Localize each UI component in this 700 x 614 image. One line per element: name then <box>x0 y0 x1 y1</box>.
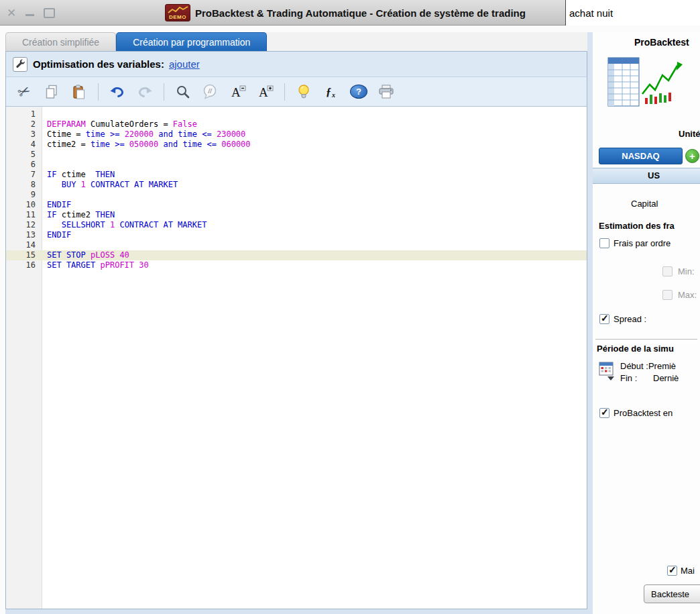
help-icon[interactable] <box>350 85 367 99</box>
code-text <box>42 109 47 119</box>
max-fee-checkbox[interactable] <box>662 290 673 300</box>
unit-label: Unité <box>679 129 700 139</box>
code-line[interactable]: 9 <box>6 190 587 200</box>
line-number: 8 <box>6 180 42 190</box>
code-text: DEFPARAM CumulateOrders = False <box>42 119 197 130</box>
line-number: 6 <box>6 160 42 170</box>
panel-title: ProBacktest <box>634 37 689 48</box>
code-line[interactable]: 6 <box>6 160 587 170</box>
panel-gap <box>587 32 593 614</box>
line-number: 7 <box>6 170 42 180</box>
code-line[interactable]: 14 <box>6 240 587 250</box>
panel-gap <box>5 609 587 614</box>
line-number: 14 <box>6 240 42 250</box>
code-line[interactable]: 4ctime2 = time >= 050000 and time <= 060… <box>6 140 587 150</box>
line-number: 1 <box>6 109 42 119</box>
code-text: BUY 1 CONTRACT AT MARKET <box>42 180 178 190</box>
code-line[interactable]: 15SET STOP pLOSS 40 <box>6 250 587 260</box>
backtest-button[interactable]: Backteste <box>644 584 700 603</box>
period-end-label: Fin : <box>620 373 637 383</box>
code-editor[interactable]: 12DEFPARAM CumulateOrders = False3Ctime … <box>6 107 587 609</box>
code-line[interactable]: 7IF ctime THEN <box>6 170 587 180</box>
maximize-icon[interactable] <box>43 7 55 19</box>
title-bar: DEMO ProBacktest & Trading Automatique -… <box>0 0 700 25</box>
period-start-value: Premiè <box>648 361 676 371</box>
code-line[interactable]: 12 SELLSHORT 1 CONTRACT AT MARKET <box>6 220 587 230</box>
code-line[interactable]: 16SET TARGET pPROFIT 30 <box>6 260 587 270</box>
spread-checkbox[interactable] <box>599 314 609 324</box>
line-number: 9 <box>6 190 42 200</box>
font-decrease-icon[interactable]: A <box>229 83 247 101</box>
code-line[interactable]: 5 <box>6 150 587 160</box>
line-number: 16 <box>6 260 42 270</box>
font-increase-icon[interactable]: A <box>257 83 274 101</box>
comment-toggle-icon[interactable]: // <box>202 83 219 101</box>
spread-label: Spread : <box>614 314 646 324</box>
window-controls <box>5 0 55 25</box>
tab-programming-creation[interactable]: Création par programmation <box>116 32 267 51</box>
insert-function-icon[interactable]: ƒ x <box>323 83 340 101</box>
wrench-icon[interactable] <box>13 57 27 72</box>
window-title: ProBacktest & Trading Automatique - Créa… <box>195 7 526 19</box>
min-fee-checkbox[interactable] <box>662 266 673 276</box>
code-line[interactable]: 11IF ctime2 THEN <box>6 210 587 220</box>
svg-text:A: A <box>259 85 268 99</box>
code-text <box>42 190 47 200</box>
code-line[interactable]: 3Ctime = time >= 220000 and time <= 2300… <box>6 130 587 140</box>
add-market-button[interactable]: + <box>685 149 699 163</box>
calendar-icon[interactable] <box>599 361 616 383</box>
title-group: DEMO ProBacktest & Trading Automatique -… <box>165 0 526 25</box>
code-text <box>42 160 47 170</box>
search-icon[interactable] <box>174 83 192 101</box>
system-name-field[interactable]: achat nuit <box>565 0 700 25</box>
copy-icon[interactable] <box>43 83 60 101</box>
code-text: SET STOP pLOSS 40 <box>42 250 129 260</box>
min-fee-label: Min: <box>678 266 695 276</box>
svg-text:ƒ: ƒ <box>326 86 331 97</box>
demo-badge-label: DEMO <box>166 14 190 20</box>
probacktest-tick-checkbox[interactable] <box>599 408 609 418</box>
add-variable-link[interactable]: ajouter <box>169 58 200 70</box>
instrument-label: US <box>648 170 660 181</box>
close-icon[interactable] <box>5 7 17 19</box>
tab-bar: Création simplifiée Création par program… <box>5 32 267 51</box>
code-line[interactable]: 13ENDIF <box>6 230 587 240</box>
code-text: ENDIF <box>42 230 71 240</box>
line-number: 10 <box>6 200 42 210</box>
paste-icon[interactable] <box>70 83 88 101</box>
fees-per-order-label: Frais par ordre <box>614 238 670 248</box>
toolbar-separator <box>164 83 164 101</box>
line-number: 2 <box>6 119 42 130</box>
code-text: SELLSHORT 1 CONTRACT AT MARKET <box>42 220 207 230</box>
section-divider <box>595 339 697 340</box>
cut-icon[interactable] <box>15 83 33 101</box>
maintain-label: Mai <box>681 566 695 576</box>
print-icon[interactable] <box>377 83 395 101</box>
market-selector-button[interactable]: NASDAQ <box>599 148 683 164</box>
optimization-label: Optimisation des variables: <box>33 58 164 70</box>
minimize-icon[interactable] <box>24 7 36 19</box>
undo-icon[interactable] <box>109 83 126 101</box>
capital-label: Capital <box>631 199 658 209</box>
code-text: SET TARGET pPROFIT 30 <box>42 260 149 270</box>
code-line[interactable]: 8 BUY 1 CONTRACT AT MARKET <box>6 180 587 190</box>
editor-panel: Optimisation des variables: ajouter <box>5 51 587 609</box>
toolbar-separator <box>284 83 285 101</box>
code-text <box>42 240 47 250</box>
hint-lightbulb-icon[interactable] <box>295 83 312 101</box>
redo-icon[interactable] <box>136 83 154 101</box>
variable-optimization-bar: Optimisation des variables: ajouter <box>6 52 587 77</box>
fees-per-order-checkbox[interactable] <box>599 238 609 248</box>
line-number: 12 <box>6 220 42 230</box>
maintain-checkbox[interactable] <box>667 566 677 576</box>
instrument-header-row <box>593 168 700 184</box>
code-line[interactable]: 1 <box>6 109 587 119</box>
svg-text:A: A <box>231 85 241 99</box>
line-number: 13 <box>6 230 42 240</box>
svg-text:x: x <box>331 91 335 99</box>
code-line[interactable]: 10ENDIF <box>6 200 587 210</box>
tab-simplified-creation[interactable]: Création simplifiée <box>5 32 116 51</box>
code-line[interactable]: 2DEFPARAM CumulateOrders = False <box>6 119 587 130</box>
code-text: IF ctime THEN <box>42 170 115 180</box>
toolbar-separator <box>98 83 99 101</box>
